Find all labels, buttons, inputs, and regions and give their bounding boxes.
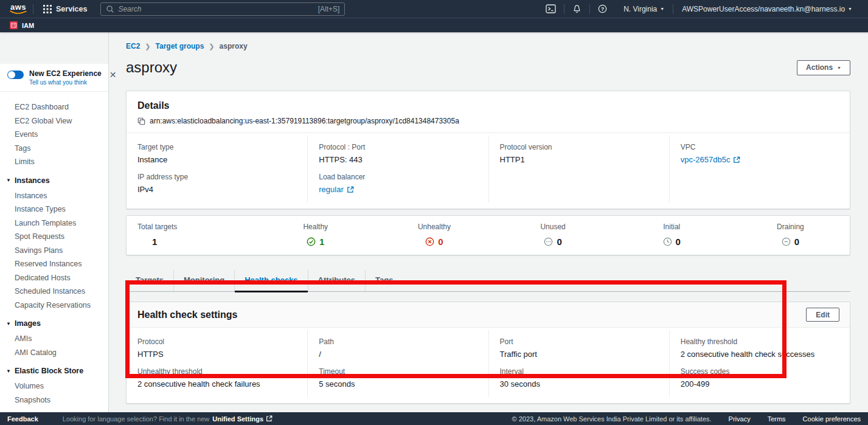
account-label: AWSPowerUserAccess/navaneeth.kn@harness.…	[682, 5, 845, 13]
target-type-value: Instance	[137, 155, 296, 164]
sidebar-item-amis[interactable]: AMIs	[0, 332, 108, 346]
hc-timeout-value: 5 seconds	[319, 379, 477, 389]
details-title: Details	[137, 100, 839, 111]
sidebar-top-gap	[0, 32, 108, 64]
experience-feedback-link[interactable]: Tell us what you think	[29, 79, 102, 86]
sidebar-item-ec2-dashboard[interactable]: EC2 Dashboard	[0, 100, 108, 114]
page-title: asproxy	[126, 59, 177, 76]
notifications-button[interactable]	[564, 4, 589, 14]
services-grid-icon	[43, 5, 52, 13]
aws-logo[interactable]: aws	[10, 4, 27, 15]
new-ec2-experience-box: New EC2 Experience Tell us what you thin…	[0, 64, 108, 92]
field-label: Healthy threshold	[681, 337, 839, 346]
aws-logo-text: aws	[10, 4, 26, 10]
sidebar-section-instances[interactable]: ▼ Instances	[0, 171, 108, 187]
sidebar-item-tags[interactable]: Tags	[0, 142, 108, 156]
field-label: Success codes	[681, 367, 839, 376]
caret-down-icon: ▼	[6, 321, 11, 327]
hc-protocol-value: HTTPS	[137, 350, 296, 359]
sidebar-item-scheduled-instances[interactable]: Scheduled Instances	[0, 285, 108, 299]
sidebar-item-reserved-instances[interactable]: Reserved Instances	[0, 257, 108, 271]
search-input[interactable]	[118, 5, 314, 13]
sidebar-item-savings-plans[interactable]: Savings Plans	[0, 244, 108, 258]
sidebar-nav: EC2 Dashboard EC2 Global View Events Tag…	[0, 92, 108, 409]
main-content: EC2 ❯ Target groups ❯ asproxy asproxy Ac…	[109, 32, 868, 404]
external-link-icon	[347, 186, 354, 193]
sidebar-item-snapshots[interactable]: Snapshots	[0, 393, 108, 407]
sidebar-section-elastic-block-store[interactable]: ▼ Elastic Block Store	[0, 362, 108, 377]
cookie-preferences-link[interactable]: Cookie preferences	[803, 415, 861, 423]
tab-monitoring[interactable]: Monitoring	[173, 270, 234, 291]
account-menu[interactable]: AWSPowerUserAccess/navaneeth.kn@harness.…	[673, 5, 861, 13]
sidebar-item-capacity-reservations[interactable]: Capacity Reservations	[0, 299, 108, 313]
favorites-item-iam[interactable]: IAM	[22, 22, 34, 29]
tab-targets[interactable]: Targets	[126, 270, 173, 291]
target-group-arn: arn:aws:elasticloadbalancing:us-east-1:3…	[150, 117, 459, 125]
cloudshell-terminal-icon	[546, 4, 556, 13]
breadcrumb: EC2 ❯ Target groups ❯ asproxy	[126, 42, 868, 50]
field-label: Timeout	[319, 367, 477, 376]
cloudshell-button[interactable]	[538, 4, 564, 13]
tab-health-checks[interactable]: Health checks	[234, 270, 307, 291]
unified-settings-link[interactable]: Unified Settings	[212, 415, 273, 423]
sidebar-item-limits[interactable]: Limits	[0, 155, 108, 169]
terms-link[interactable]: Terms	[768, 415, 786, 423]
caret-down-icon: ▼	[848, 7, 852, 11]
sidebar-section-images[interactable]: ▼ Images	[0, 314, 108, 330]
copy-arn-button[interactable]	[137, 117, 145, 125]
breadcrumb-separator: ❯	[209, 43, 214, 50]
search-shortcut-hint: [Alt+S]	[318, 5, 340, 13]
stat-healthy: Healthy 1	[256, 223, 375, 247]
ip-address-type-value: IPv4	[137, 185, 296, 194]
region-label: N. Virginia	[623, 5, 657, 13]
top-navigation-bar: aws Services [Alt+S] ? N. Virginia ▼	[0, 0, 868, 18]
breadcrumb-separator: ❯	[145, 43, 150, 50]
breadcrumb-target-groups-link[interactable]: Target groups	[156, 42, 204, 50]
stat-unused: Unused 0	[494, 223, 613, 247]
actions-button[interactable]: Actions ▼	[797, 60, 850, 75]
protocol-version-value: HTTP1	[500, 155, 658, 164]
search-bar[interactable]: [Alt+S]	[100, 2, 345, 16]
stat-initial: Initial 0	[613, 223, 731, 247]
caret-down-icon: ▼	[6, 178, 11, 183]
field-label: Protocol	[137, 337, 296, 346]
sidebar: New EC2 Experience Tell us what you thin…	[0, 32, 109, 412]
sidebar-item-volumes[interactable]: Volumes	[0, 379, 108, 393]
iam-service-icon	[10, 21, 18, 29]
field-label: Protocol : Port	[319, 143, 477, 151]
copyright-text: © 2023, Amazon Web Services India Privat…	[512, 415, 712, 423]
services-menu-button[interactable]: Services	[33, 5, 97, 13]
language-selection-text: Looking for language selection? Find it …	[63, 415, 210, 423]
sidebar-item-events[interactable]: Events	[0, 128, 108, 142]
hc-port-value: Traffic port	[500, 350, 658, 359]
help-question-icon: ?	[598, 4, 607, 13]
healthy-check-circle-icon	[307, 237, 316, 246]
edit-button[interactable]: Edit	[806, 308, 839, 322]
region-selector[interactable]: N. Virginia ▼	[615, 5, 673, 13]
sidebar-item-ami-catalog[interactable]: AMI Catalog	[0, 346, 108, 360]
sidebar-item-launch-templates[interactable]: Launch Templates	[0, 216, 108, 230]
hc-path-value: /	[319, 350, 477, 359]
feedback-button[interactable]: Feedback	[7, 415, 38, 423]
sidebar-item-ec2-global-view[interactable]: EC2 Global View	[0, 114, 108, 128]
copy-icon	[137, 117, 145, 125]
svg-text:?: ?	[601, 6, 604, 12]
sidebar-item-instances[interactable]: Instances	[0, 189, 108, 203]
breadcrumb-ec2-link[interactable]: EC2	[126, 42, 140, 50]
sidebar-item-dedicated-hosts[interactable]: Dedicated Hosts	[0, 271, 108, 285]
field-label: Path	[319, 337, 477, 346]
tab-attributes[interactable]: Attributes	[308, 270, 365, 291]
tab-tags[interactable]: Tags	[365, 270, 403, 291]
field-label: Target type	[137, 143, 296, 151]
sidebar-item-instance-types[interactable]: Instance Types	[0, 202, 108, 216]
close-icon[interactable]: ✕	[107, 69, 119, 80]
help-button[interactable]: ?	[590, 4, 615, 13]
new-experience-toggle[interactable]	[7, 71, 24, 79]
sidebar-item-spot-requests[interactable]: Spot Requests	[0, 230, 108, 244]
targets-summary-panel: Total targets 1 Healthy 1 Unhealthy 0 Un…	[126, 215, 850, 255]
vpc-link[interactable]: vpc-2657db5c	[681, 155, 741, 164]
load-balancer-link[interactable]: regular	[319, 185, 353, 194]
privacy-link[interactable]: Privacy	[729, 415, 751, 423]
aws-smile-icon	[10, 10, 27, 15]
experience-title: New EC2 Experience	[29, 69, 102, 78]
